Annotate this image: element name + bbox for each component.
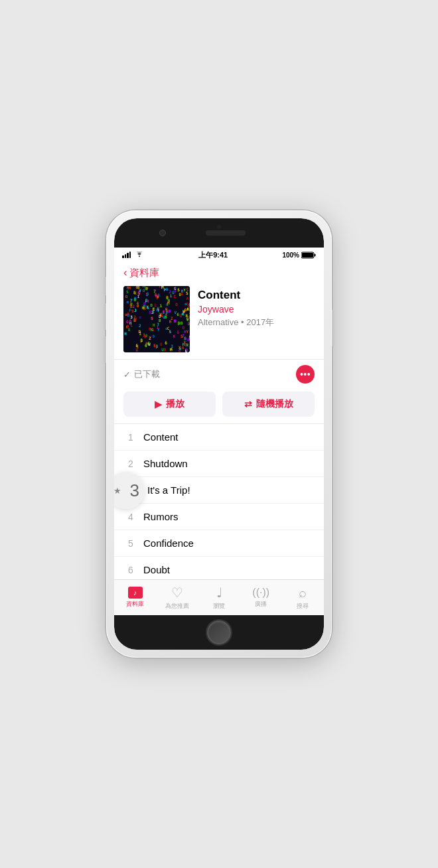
track-name-2: Shutdown bbox=[143, 458, 188, 469]
track-item-6[interactable]: 6 Doubt bbox=[114, 557, 324, 579]
track-name-3: It's a Trip! bbox=[147, 484, 190, 496]
album-meta: Alternative • 2017年 bbox=[198, 317, 315, 328]
nav-library-label: 資料庫 bbox=[126, 600, 144, 609]
status-bar: 上午9:41 100% bbox=[114, 248, 324, 262]
bottom-bezel bbox=[114, 615, 324, 650]
track-name-6: Doubt bbox=[143, 564, 170, 575]
track-name-5: Confidence bbox=[143, 538, 194, 549]
more-icon: ••• bbox=[300, 369, 311, 380]
album-info: Content Joywave Alternative • 2017年 bbox=[198, 286, 315, 328]
nav-search[interactable]: ⌕ 搜尋 bbox=[282, 580, 324, 615]
nav-browse[interactable]: ♩ 瀏覽 bbox=[198, 580, 240, 615]
nav-search-label: 搜尋 bbox=[297, 602, 309, 611]
radio-icon: ((·)) bbox=[252, 587, 269, 599]
status-time: 上午9:41 bbox=[198, 250, 228, 260]
download-row: ✓ 已下載 ••• bbox=[114, 359, 324, 389]
proximity-sensor bbox=[217, 225, 221, 229]
search-icon: ⌕ bbox=[299, 585, 307, 601]
nav-bar: ‹ 資料庫 bbox=[114, 262, 324, 282]
phone-frame: 上午9:41 100% ‹ 資料庫 bbox=[106, 210, 332, 658]
nav-for-you-label: 為您推薦 bbox=[165, 602, 189, 611]
volume-up-button[interactable] bbox=[104, 303, 106, 330]
checkmark-icon: ✓ bbox=[123, 370, 131, 380]
svg-rect-2 bbox=[302, 253, 313, 257]
track-item-4[interactable]: 4 Rumors bbox=[114, 504, 324, 530]
front-camera bbox=[159, 230, 166, 236]
earpiece-speaker bbox=[206, 230, 246, 236]
status-left bbox=[122, 252, 144, 258]
top-bezel bbox=[114, 218, 324, 248]
album-header: Content Joywave Alternative • 2017年 bbox=[114, 282, 324, 359]
back-label: 資料庫 bbox=[129, 267, 159, 279]
nav-library[interactable]: 資料庫 bbox=[114, 580, 156, 615]
play-label: 播放 bbox=[166, 398, 184, 410]
track-number-5: 5 bbox=[123, 538, 138, 549]
bottom-nav: 資料庫 ♡ 為您推薦 ♩ 瀏覽 ((·)) 廣播 ⌕ 搜尋 bbox=[114, 579, 324, 615]
track-number-4: 4 bbox=[123, 512, 138, 522]
track-number-1: 1 bbox=[123, 432, 138, 443]
track-number-6: 6 bbox=[123, 565, 138, 575]
downloaded-label: 已下載 bbox=[134, 368, 160, 380]
shuffle-icon: ⇄ bbox=[244, 399, 252, 409]
album-art bbox=[123, 286, 190, 352]
play-icon: ▶ bbox=[155, 399, 162, 409]
power-button[interactable] bbox=[332, 310, 334, 346]
battery-percent: 100% bbox=[282, 252, 299, 259]
signal-icon bbox=[122, 252, 131, 258]
heart-icon: ♡ bbox=[171, 585, 183, 601]
svg-rect-1 bbox=[314, 253, 315, 256]
nav-browse-label: 瀏覽 bbox=[213, 602, 225, 611]
phone-screen: 上午9:41 100% ‹ 資料庫 bbox=[114, 218, 324, 650]
downloaded-badge: ✓ 已下載 bbox=[123, 368, 160, 380]
nav-for-you[interactable]: ♡ 為您推薦 bbox=[156, 580, 198, 615]
album-artist: Joywave bbox=[198, 304, 315, 315]
star-icon: ★ bbox=[114, 485, 121, 495]
nav-radio[interactable]: ((·)) 廣播 bbox=[240, 580, 282, 615]
track-name-1: Content bbox=[143, 431, 179, 443]
track-number-2: 2 bbox=[123, 459, 138, 469]
shuffle-label: 隨機播放 bbox=[256, 398, 293, 410]
wifi-icon bbox=[135, 252, 144, 258]
more-button[interactable]: ••• bbox=[296, 365, 315, 384]
badge-number: 3 bbox=[130, 480, 139, 500]
note-icon: ♩ bbox=[216, 585, 222, 601]
album-title: Content bbox=[198, 289, 315, 302]
track-list: 1 Content 2 Shutdown ★ 3 It's a Trip! 4 bbox=[114, 423, 324, 579]
track-item-1[interactable]: 1 Content bbox=[114, 424, 324, 451]
screen-content: ‹ 資料庫 Content Joywave Alternative • 2017… bbox=[114, 262, 324, 615]
track-item-3[interactable]: ★ 3 It's a Trip! bbox=[114, 477, 324, 504]
track-item-2[interactable]: 2 Shutdown bbox=[114, 451, 324, 477]
status-right: 100% bbox=[282, 252, 316, 259]
library-icon bbox=[128, 587, 143, 599]
battery-icon bbox=[301, 252, 316, 259]
track-name-4: Rumors bbox=[143, 511, 179, 522]
action-buttons: ▶ 播放 ⇄ 隨機播放 bbox=[114, 392, 324, 423]
back-chevron-icon: ‹ bbox=[123, 266, 127, 279]
back-button[interactable]: ‹ 資料庫 bbox=[123, 266, 159, 279]
shuffle-button[interactable]: ⇄ 隨機播放 bbox=[222, 392, 315, 417]
home-button[interactable] bbox=[207, 620, 231, 644]
play-button[interactable]: ▶ 播放 bbox=[123, 392, 216, 417]
nav-radio-label: 廣播 bbox=[255, 600, 267, 609]
track-item-5[interactable]: 5 Confidence bbox=[114, 530, 324, 557]
volume-down-button[interactable] bbox=[104, 336, 106, 363]
